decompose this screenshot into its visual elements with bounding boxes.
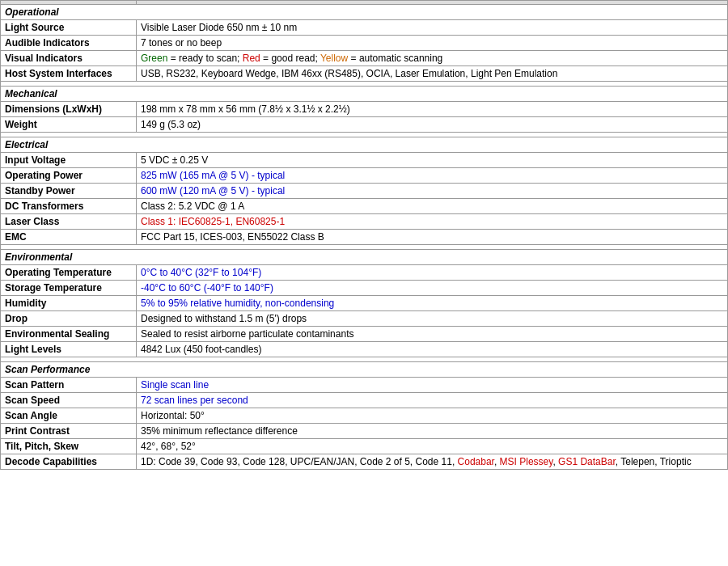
item-cell: Light Source: [1, 20, 137, 36]
detail-cell: Green = ready to scan; Red = good read; …: [137, 51, 728, 66]
gs1-databar: GS1 DataBar: [558, 456, 616, 467]
table-row: Tilt, Pitch, Skew42°, 68°, 52°: [1, 439, 728, 454]
table-row: DC TransformersClass 2: 5.2 VDC @ 1 A: [1, 199, 728, 214]
item-cell: Print Contrast: [1, 424, 137, 439]
detail-cell: -40°C to 60°C (-40°F to 140°F): [137, 281, 728, 296]
item-cell: Audible Indicators: [1, 36, 137, 51]
codabar: Codabar: [458, 456, 494, 467]
table-row: Operating Temperature0°C to 40°C (32°F t…: [1, 265, 728, 281]
table-row: Print Contrast35% minimum reflectance di…: [1, 424, 728, 439]
table-row: Dimensions (LxWxH)198 mm x 78 mm x 56 mm…: [1, 102, 728, 117]
table-row: Light Levels4842 Lux (450 foot-candles): [1, 342, 728, 357]
item-cell: DC Transformers: [1, 199, 137, 214]
item-cell: Input Voltage: [1, 153, 137, 168]
table-row: Environmental SealingSealed to resist ai…: [1, 327, 728, 342]
detail-cell: 0°C to 40°C (32°F to 104°F): [137, 265, 728, 281]
detail-cell: USB, RS232, Keyboard Wedge, IBM 46xx (RS…: [137, 66, 728, 82]
detail-cell: FCC Part 15, ICES-003, EN55022 Class B: [137, 230, 728, 245]
item-cell: Light Levels: [1, 342, 137, 357]
detail-cell: 7 tones or no beep: [137, 36, 728, 51]
table-row: Operating Power825 mW (165 mA @ 5 V) - t…: [1, 168, 728, 184]
table-row: Standby Power600 mW (120 mA @ 5 V) - typ…: [1, 184, 728, 199]
item-cell: Weight: [1, 117, 137, 133]
item-cell: Standby Power: [1, 184, 137, 199]
item-cell: Operating Power: [1, 168, 137, 184]
section-label: Mechanical: [1, 87, 728, 102]
item-cell: Scan Speed: [1, 393, 137, 408]
detail-cell: 198 mm x 78 mm x 56 mm (7.8½ x 3.1½ x 2.…: [137, 102, 728, 117]
detail-cell: 4842 Lux (450 foot-candles): [137, 342, 728, 357]
msi-plessey: MSI Plessey: [500, 456, 553, 467]
item-cell: Dimensions (LxWxH): [1, 102, 137, 117]
item-cell: Tilt, Pitch, Skew: [1, 439, 137, 454]
table-row: Visual IndicatorsGreen = ready to scan; …: [1, 51, 728, 66]
item-cell: Laser Class: [1, 214, 137, 230]
detail-cell: 5 VDC ± 0.25 V: [137, 153, 728, 168]
detail-cell: Designed to withstand 1.5 m (5') drops: [137, 311, 728, 327]
detail-cell: 825 mW (165 mA @ 5 V) - typical: [137, 168, 728, 184]
item-cell: Decode Capabilities: [1, 454, 137, 470]
detail-cell: Horizontal: 50°: [137, 408, 728, 424]
table-row: Light SourceVisible Laser Diode 650 nm ±…: [1, 20, 728, 36]
table-row: Weight149 g (5.3 oz): [1, 117, 728, 133]
item-cell: Environmental Sealing: [1, 327, 137, 342]
section-header-row: Environmental: [1, 250, 728, 265]
item-cell: Scan Pattern: [1, 378, 137, 393]
detail-cell: Class 1: IEC60825-1, EN60825-1: [137, 214, 728, 230]
visual-yellow: Yellow: [320, 53, 348, 64]
table-row: Input Voltage5 VDC ± 0.25 V: [1, 153, 728, 168]
section-header-row: Operational: [1, 5, 728, 20]
item-cell: EMC: [1, 230, 137, 245]
section-label: Scan Performance: [1, 362, 728, 378]
detail-cell: 35% minimum reflectance difference: [137, 424, 728, 439]
visual-red: Red: [243, 53, 260, 64]
table-row: Scan AngleHorizontal: 50°: [1, 408, 728, 424]
detail-cell: 5% to 95% relative humidity, non-condens…: [137, 296, 728, 311]
table-row: EMCFCC Part 15, ICES-003, EN55022 Class …: [1, 230, 728, 245]
section-header-row: Scan Performance: [1, 362, 728, 378]
item-cell: Drop: [1, 311, 137, 327]
item-cell: Operating Temperature: [1, 265, 137, 281]
table-row: Humidity5% to 95% relative humidity, non…: [1, 296, 728, 311]
section-header-row: Mechanical: [1, 87, 728, 102]
detail-cell: 72 scan lines per second: [137, 393, 728, 408]
visual-green: Green: [141, 53, 167, 64]
detail-cell: Class 2: 5.2 VDC @ 1 A: [137, 199, 728, 214]
table-row: Laser ClassClass 1: IEC60825-1, EN60825-…: [1, 214, 728, 230]
detail-cell: 1D: Code 39, Code 93, Code 128, UPC/EAN/…: [137, 454, 728, 470]
detail-cell: Sealed to resist airborne particulate co…: [137, 327, 728, 342]
table-row: Scan Speed72 scan lines per second: [1, 393, 728, 408]
table-row: Audible Indicators7 tones or no beep: [1, 36, 728, 51]
table-row: Storage Temperature-40°C to 60°C (-40°F …: [1, 281, 728, 296]
item-cell: Scan Angle: [1, 408, 137, 424]
detail-cell: 600 mW (120 mA @ 5 V) - typical: [137, 184, 728, 199]
table-row: Host System InterfacesUSB, RS232, Keyboa…: [1, 66, 728, 82]
table-row: Decode Capabilities1D: Code 39, Code 93,…: [1, 454, 728, 470]
section-label: Operational: [1, 5, 728, 20]
item-cell: Humidity: [1, 296, 137, 311]
detail-cell: 149 g (5.3 oz): [137, 117, 728, 133]
detail-cell: Visible Laser Diode 650 nm ± 10 nm: [137, 20, 728, 36]
item-cell: Storage Temperature: [1, 281, 137, 296]
detail-cell: Single scan line: [137, 378, 728, 393]
detail-cell: 42°, 68°, 52°: [137, 439, 728, 454]
item-cell: Host System Interfaces: [1, 66, 137, 82]
section-label: Environmental: [1, 250, 728, 265]
section-header-row: Electrical: [1, 137, 728, 153]
item-cell: Visual Indicators: [1, 51, 137, 66]
table-row: Scan PatternSingle scan line: [1, 378, 728, 393]
table-row: DropDesigned to withstand 1.5 m (5') dro…: [1, 311, 728, 327]
specs-table: OperationalLight SourceVisible Laser Dio…: [0, 0, 728, 470]
section-label: Electrical: [1, 137, 728, 153]
